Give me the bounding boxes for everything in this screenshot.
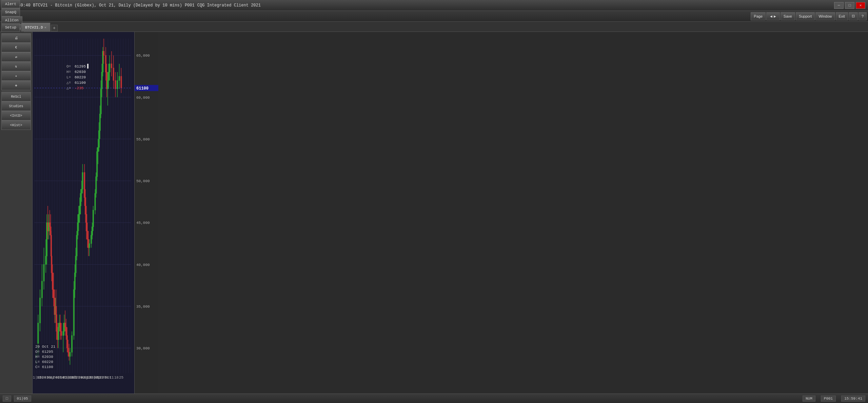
bottom-close-row: C= 61100 [35, 365, 55, 370]
main-area: 🖨€⇄⇅✦✤ReSclStudies<IntD><Hist> O= 61295 … [0, 32, 868, 394]
delta-value: -235 [75, 85, 83, 91]
bottom-low-label: L= [35, 360, 40, 364]
svg-rect-173 [105, 55, 106, 72]
svg-rect-187 [115, 80, 116, 89]
currency-btn[interactable]: € [1, 43, 31, 52]
svg-rect-149 [92, 227, 93, 235]
menu-item-snapq[interactable]: SnapQ [1, 8, 20, 16]
maximize-button[interactable]: □ [845, 2, 854, 9]
svg-text:18: 18 [114, 376, 119, 380]
num-lock: NUM [803, 396, 815, 402]
low-label: L= [66, 75, 75, 80]
rescale-btn[interactable]: ReScl [1, 92, 31, 101]
svg-rect-181 [109, 64, 110, 72]
setup-button[interactable]: Setup [1, 23, 20, 32]
svg-text:60,000: 60,000 [136, 96, 150, 100]
tab-label: BTCV21.D [25, 25, 43, 30]
svg-rect-77 [53, 290, 54, 298]
status-bar-right: NUMP00115:59:41 [803, 396, 865, 402]
menu-item-alert[interactable]: Alert [1, 0, 20, 8]
svg-rect-59 [45, 256, 46, 265]
svg-rect-191 [119, 76, 120, 80]
bottom-high-row: H= 62030 [35, 354, 55, 360]
svg-rect-141 [87, 231, 88, 239]
menu-right-save[interactable]: Save [781, 12, 795, 20]
menu-right-[interactable]: ⊡ [849, 12, 858, 20]
svg-rect-95 [61, 331, 62, 335]
arrows-btn2[interactable]: ⇅ [1, 62, 31, 71]
open-label: O= [66, 64, 75, 69]
minimize-button[interactable]: ─ [834, 2, 844, 9]
svg-rect-67 [49, 223, 50, 227]
intd-btn[interactable]: <IntD> [1, 111, 31, 120]
ohlc-bar [87, 64, 88, 69]
svg-rect-137 [85, 197, 86, 214]
svg-rect-89 [58, 327, 59, 340]
svg-rect-185 [113, 68, 114, 80]
svg-text:25: 25 [119, 376, 123, 380]
status-bar-left: □01|05 [3, 396, 31, 402]
delta-label: △= [66, 85, 75, 91]
account-display: P001 [821, 396, 836, 402]
bottom-low-value: 60220 [42, 360, 53, 364]
studies-btn[interactable]: Studies [1, 101, 31, 111]
menu-right-[interactable]: ? [859, 12, 867, 20]
svg-rect-179 [108, 72, 109, 81]
close-button[interactable]: ✕ [856, 2, 865, 9]
svg-rect-93 [60, 323, 61, 331]
ohlc-high-row: H= 62030 [66, 69, 88, 75]
svg-rect-133 [82, 172, 83, 189]
time-display: 15:59:41 [841, 396, 865, 402]
ohlc-delta-row: △= -235 [66, 85, 88, 91]
svg-rect-115 [73, 290, 74, 336]
ohlc-open-row: O= 61295 [66, 64, 88, 69]
price-axis: 30,00035,00040,00045,00050,00055,00060,0… [134, 32, 158, 394]
svg-rect-177 [107, 80, 108, 89]
title-bar-left: CQ 15:59:40 BTCV21 - Bitcoin (Globex), O… [3, 3, 261, 8]
menu-right-exit[interactable]: Exit [836, 12, 848, 20]
svg-rect-163 [99, 114, 100, 131]
menu-right-window[interactable]: Window [815, 12, 835, 20]
sidebar-divider [1, 91, 31, 91]
price-axis-svg: 30,00035,00040,00045,00050,00055,00060,0… [135, 32, 158, 394]
menu-right-page[interactable]: Page [751, 12, 766, 20]
svg-text:55,000: 55,000 [136, 137, 150, 141]
high-label: H= [66, 69, 75, 75]
svg-rect-123 [77, 223, 78, 235]
tab-close-icon[interactable]: ✕ [44, 25, 46, 30]
bottom-high-label: H= [35, 355, 40, 359]
menu-right-[interactable]: ◄► [766, 12, 780, 20]
svg-rect-129 [80, 193, 81, 206]
svg-rect-171 [103, 51, 104, 55]
status-bar: □01|05 NUMP00115:59:41 [0, 394, 868, 403]
print-btn[interactable]: 🖨 [1, 33, 31, 43]
star-btn1[interactable]: ✦ [1, 71, 31, 81]
bottom-close-label: C= [35, 365, 40, 369]
svg-rect-57 [43, 265, 44, 281]
svg-text:11: 11 [109, 376, 114, 380]
scroll-indicator: □ [3, 396, 11, 402]
svg-rect-167 [101, 72, 102, 89]
menu-item-allcon[interactable]: AllCon [1, 16, 22, 24]
svg-rect-147 [91, 235, 92, 244]
bottom-ohlc-panel: 29 Oct 21 O= 61295 H= 62030 L= 60220 C= … [34, 344, 57, 370]
bottom-open-row: O= 61295 [35, 349, 55, 354]
bottom-open-label: O= [35, 350, 40, 354]
sidebar-buttons: 🖨€⇄⇅✦✤ReSclStudies<IntD><Hist> [1, 33, 31, 130]
close-value: 61100 [75, 80, 86, 85]
hist-btn[interactable]: <Hist> [1, 120, 31, 130]
arrows-btn1[interactable]: ⇄ [1, 52, 31, 62]
svg-rect-131 [81, 189, 82, 193]
svg-rect-183 [111, 64, 112, 68]
tab-bar: Setup BTCV21.D✕ + [0, 22, 868, 32]
svg-rect-85 [56, 314, 57, 331]
tab-btcv21.d[interactable]: BTCV21.D✕ [21, 23, 50, 32]
chart-area[interactable]: O= 61295 H= 62030 L= 60220 △= 61100 △ [33, 32, 134, 394]
add-tab-button[interactable]: + [51, 25, 58, 32]
star-btn2[interactable]: ✤ [1, 81, 31, 90]
date-display: 01|05 [14, 396, 31, 402]
menu-right-support[interactable]: Support [796, 12, 815, 20]
svg-rect-119 [75, 256, 76, 273]
ohlc-close-row: △= 61100 [66, 80, 88, 85]
ohlc-low-row: L= 60220 [66, 75, 88, 80]
